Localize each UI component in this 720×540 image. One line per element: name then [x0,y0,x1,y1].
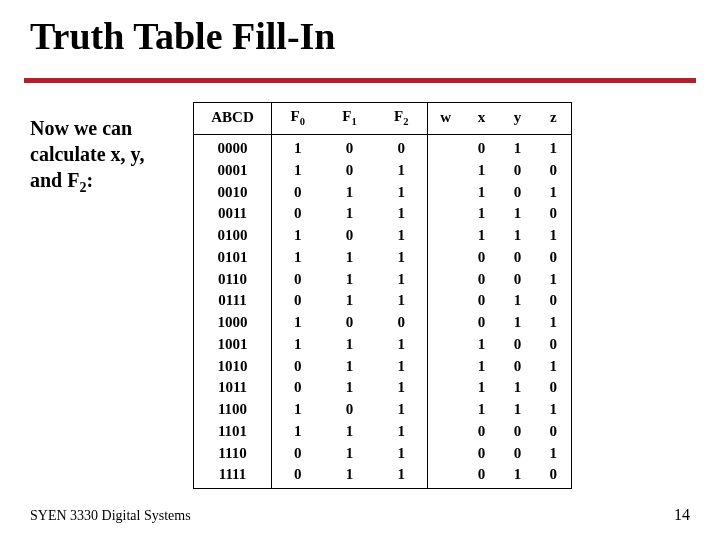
cell-f2: 1 [376,290,428,312]
cell-w [428,312,464,334]
cell-y: 1 [500,312,536,334]
footer-course: SYEN 3330 Digital Systems [30,508,191,524]
cell-x: 1 [464,399,500,421]
table-row: 1110011001 [194,442,572,464]
cell-z: 1 [536,312,572,334]
cell-abcd: 1011 [194,377,272,399]
cell-y: 0 [500,268,536,290]
cell-abcd: 1100 [194,399,272,421]
cell-f1: 0 [324,312,376,334]
cell-abcd: 0110 [194,268,272,290]
cell-abcd: 1111 [194,464,272,489]
cell-y: 0 [500,333,536,355]
table-row: 0010011101 [194,181,572,203]
cell-z: 0 [536,420,572,442]
cell-x: 1 [464,355,500,377]
cell-w [428,181,464,203]
cell-f2: 1 [376,442,428,464]
cell-w [428,399,464,421]
col-header-abcd: ABCD [194,103,272,135]
cell-f2: 1 [376,399,428,421]
table-row: 1000100011 [194,312,572,334]
table-row: 1001111100 [194,333,572,355]
cell-f0: 0 [272,355,324,377]
cell-abcd: 0011 [194,203,272,225]
cell-w [428,268,464,290]
cell-y: 0 [500,181,536,203]
cell-x: 0 [464,420,500,442]
cell-f2: 1 [376,377,428,399]
cell-w [428,225,464,247]
side-line3-base: and F [30,169,79,191]
cell-w [428,377,464,399]
cell-f1: 1 [324,355,376,377]
cell-x: 1 [464,333,500,355]
cell-w [428,203,464,225]
cell-abcd: 0101 [194,246,272,268]
cell-x: 1 [464,181,500,203]
cell-f0: 0 [272,181,324,203]
cell-x: 1 [464,377,500,399]
cell-x: 1 [464,225,500,247]
cell-f2: 1 [376,420,428,442]
cell-y: 1 [500,399,536,421]
table-row: 1101111000 [194,420,572,442]
cell-f1: 0 [324,399,376,421]
page-title: Truth Table Fill-In [30,14,336,58]
table-row: 0000100011 [194,135,572,160]
cell-f2: 1 [376,203,428,225]
slide: Truth Table Fill-In Now we can calculate… [0,0,720,540]
cell-f1: 1 [324,290,376,312]
side-line1: Now we can [30,117,132,139]
cell-w [428,420,464,442]
cell-x: 0 [464,290,500,312]
cell-z: 0 [536,333,572,355]
cell-f0: 0 [272,203,324,225]
cell-f0: 1 [272,399,324,421]
col-header-y: y [500,103,536,135]
cell-f1: 1 [324,442,376,464]
cell-abcd: 1010 [194,355,272,377]
col-header-f1: F1 [324,103,376,135]
table-row: 1011011110 [194,377,572,399]
cell-f0: 1 [272,333,324,355]
table-row: 0100101111 [194,225,572,247]
cell-abcd: 0111 [194,290,272,312]
cell-w [428,159,464,181]
f1-sub: 1 [351,116,356,127]
cell-z: 1 [536,399,572,421]
cell-y: 1 [500,290,536,312]
cell-f2: 1 [376,246,428,268]
cell-f2: 1 [376,355,428,377]
truth-table: ABCD F0 F1 F2 w x y z 000010001100011011… [193,102,572,489]
col-header-f0: F0 [272,103,324,135]
cell-f1: 1 [324,246,376,268]
cell-f1: 1 [324,333,376,355]
col-header-f2: F2 [376,103,428,135]
cell-z: 1 [536,225,572,247]
cell-f0: 1 [272,225,324,247]
cell-abcd: 1000 [194,312,272,334]
cell-f2: 0 [376,312,428,334]
cell-f2: 1 [376,181,428,203]
cell-y: 0 [500,355,536,377]
cell-f2: 1 [376,464,428,489]
cell-f0: 0 [272,290,324,312]
cell-abcd: 0000 [194,135,272,160]
cell-f0: 0 [272,377,324,399]
cell-w [428,135,464,160]
f2-sub: 2 [403,116,408,127]
col-header-w: w [428,103,464,135]
cell-w [428,442,464,464]
f2-base: F [394,108,403,124]
f0-sub: 0 [300,116,305,127]
cell-f0: 0 [272,442,324,464]
cell-f1: 1 [324,377,376,399]
cell-z: 1 [536,135,572,160]
cell-y: 0 [500,420,536,442]
cell-x: 0 [464,312,500,334]
cell-abcd: 1110 [194,442,272,464]
cell-z: 1 [536,181,572,203]
cell-z: 1 [536,442,572,464]
cell-z: 1 [536,355,572,377]
